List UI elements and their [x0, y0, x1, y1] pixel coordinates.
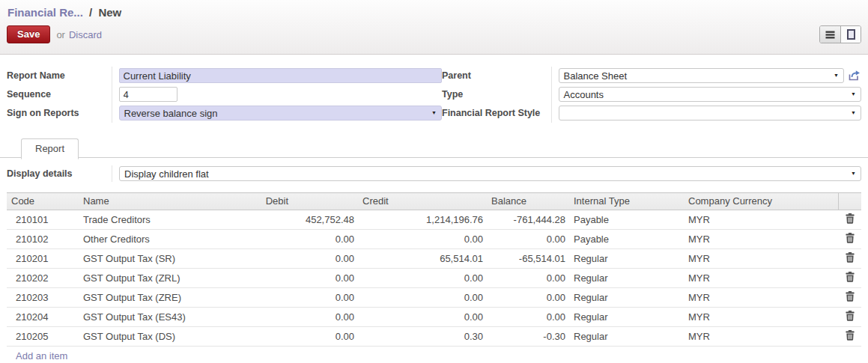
cell-code[interactable]: 210203: [7, 288, 79, 308]
cell-currency[interactable]: MYR: [684, 249, 838, 269]
delete-row-button[interactable]: [838, 288, 861, 308]
type-select[interactable]: Accounts ▼: [559, 87, 862, 102]
cell-internal-type[interactable]: Regular: [569, 249, 684, 269]
financial-report-style-select[interactable]: ▼: [559, 106, 862, 121]
table-row[interactable]: 210205 GST Output Tax (DS) 0.00 0.30 -0.…: [7, 327, 861, 347]
form-view-icon: [847, 29, 855, 40]
column-header-credit: Credit: [358, 193, 487, 210]
delete-row-button[interactable]: [838, 327, 861, 347]
delete-row-button[interactable]: [838, 230, 861, 249]
cell-credit[interactable]: 0.00: [358, 230, 487, 249]
cell-internal-type[interactable]: Regular: [569, 269, 684, 288]
trash-icon: [846, 213, 855, 224]
table-row[interactable]: 210203 GST Output Tax (ZRE) 0.00 0.00 0.…: [7, 288, 861, 308]
cell-balance[interactable]: 0.00: [487, 288, 569, 308]
list-view-button[interactable]: [820, 26, 840, 43]
cell-balance[interactable]: 0.00: [487, 230, 569, 249]
cell-name[interactable]: Trade Creditors: [79, 210, 258, 230]
chevron-down-icon: ▼: [851, 88, 856, 101]
display-details-select[interactable]: Display children flat ▼: [119, 166, 861, 181]
sign-on-reports-select[interactable]: Reverse balance sign ▼: [119, 106, 443, 121]
cell-name[interactable]: GST Output Tax (ZRL): [79, 269, 258, 288]
discard-link[interactable]: Discard: [69, 29, 102, 40]
display-details-row: Display details Display children flat ▼: [7, 165, 861, 182]
cell-name[interactable]: GST Output Tax (SR): [79, 249, 258, 269]
cell-debit[interactable]: 0.00: [258, 230, 358, 249]
cell-internal-type[interactable]: Regular: [569, 308, 684, 327]
cell-debit[interactable]: 0.00: [258, 288, 358, 308]
cell-balance[interactable]: 0.00: [487, 269, 569, 288]
trash-icon: [846, 311, 855, 321]
table-header-row: Code Name Debit Credit Balance Internal …: [7, 193, 861, 210]
cell-debit[interactable]: 0.00: [258, 269, 358, 288]
cell-credit[interactable]: 0.00: [358, 288, 487, 308]
cell-credit[interactable]: 65,514.01: [358, 249, 487, 269]
sign-on-reports-label: Sign on Reports: [7, 104, 112, 123]
table-row[interactable]: 210204 GST Output Tax (ES43) 0.00 0.00 0…: [7, 308, 861, 327]
save-button[interactable]: Save: [7, 25, 50, 43]
cell-credit[interactable]: 1,214,196.76: [358, 210, 487, 230]
cell-debit[interactable]: 0.00: [258, 249, 358, 269]
cell-currency[interactable]: MYR: [684, 288, 838, 308]
financial-report-style-label: Financial Report Style: [442, 104, 551, 123]
cell-debit[interactable]: 0.00: [258, 327, 358, 347]
cell-code[interactable]: 210202: [7, 269, 79, 288]
delete-row-button[interactable]: [838, 269, 861, 288]
cell-name[interactable]: GST Output Tax (ZRE): [79, 288, 258, 308]
cell-credit[interactable]: 0.00: [358, 308, 487, 327]
report-name-label: Report Name: [7, 67, 112, 85]
type-label: Type: [442, 85, 551, 104]
form-group-left: Report Name Sequence Sign on Reports Rev…: [7, 67, 442, 123]
add-an-item-link[interactable]: Add an item: [16, 350, 67, 362]
delete-row-button[interactable]: [838, 249, 861, 269]
cell-currency[interactable]: MYR: [684, 269, 838, 288]
parent-select[interactable]: Balance Sheet ▼: [559, 68, 845, 83]
column-header-internal-type: Internal Type: [569, 193, 684, 210]
cell-currency[interactable]: MYR: [684, 327, 838, 347]
cell-name[interactable]: GST Output Tax (ES43): [79, 308, 258, 327]
cell-balance[interactable]: 0.00: [487, 308, 569, 327]
cell-code[interactable]: 210205: [7, 327, 79, 347]
column-header-code: Code: [7, 193, 79, 210]
report-name-input[interactable]: [119, 68, 443, 83]
cell-name[interactable]: Other Creditors: [79, 230, 258, 249]
cell-code[interactable]: 210201: [7, 249, 79, 269]
cell-internal-type[interactable]: Regular: [569, 327, 684, 347]
cell-debit[interactable]: 0.00: [258, 308, 358, 327]
delete-row-button[interactable]: [838, 210, 861, 230]
cell-balance[interactable]: -761,444.28: [487, 210, 569, 230]
cell-code[interactable]: 210101: [7, 210, 79, 230]
cell-credit[interactable]: 0.30: [358, 327, 487, 347]
delete-row-button[interactable]: [838, 308, 861, 327]
cell-debit[interactable]: 452,752.48: [258, 210, 358, 230]
sequence-input[interactable]: [119, 87, 177, 102]
cell-name[interactable]: GST Output Tax (DS): [79, 327, 258, 347]
breadcrumb-parent-link[interactable]: Financial Re...: [7, 6, 83, 19]
cell-balance[interactable]: -0.30: [487, 327, 569, 347]
table-row[interactable]: 210102 Other Creditors 0.00 0.00 0.00 Pa…: [7, 230, 861, 249]
cell-internal-type[interactable]: Regular: [569, 288, 684, 308]
cell-balance[interactable]: -65,514.01: [487, 249, 569, 269]
table-row[interactable]: 210201 GST Output Tax (SR) 0.00 65,514.0…: [7, 249, 861, 269]
chevron-down-icon: ▼: [851, 167, 856, 180]
open-record-button[interactable]: [848, 70, 861, 82]
cell-currency[interactable]: MYR: [684, 308, 838, 327]
cell-code[interactable]: 210204: [7, 308, 79, 327]
trash-icon: [846, 252, 855, 263]
display-details-label: Display details: [7, 168, 112, 179]
cell-currency[interactable]: MYR: [684, 230, 838, 249]
cell-code[interactable]: 210102: [7, 230, 79, 249]
cell-currency[interactable]: MYR: [684, 210, 838, 230]
cell-internal-type[interactable]: Payable: [569, 230, 684, 249]
form-group-right: Parent Balance Sheet ▼: [442, 67, 861, 123]
table-row[interactable]: 210101 Trade Creditors 452,752.48 1,214,…: [7, 210, 861, 230]
chevron-down-icon: ▼: [851, 106, 856, 120]
cell-credit[interactable]: 0.00: [358, 269, 487, 288]
form-view-button[interactable]: [840, 26, 861, 43]
cell-internal-type[interactable]: Payable: [569, 210, 684, 230]
trash-icon: [846, 291, 855, 302]
tab-report[interactable]: Report: [21, 138, 79, 159]
list-view-icon: [825, 30, 835, 40]
table-row[interactable]: 210202 GST Output Tax (ZRL) 0.00 0.00 0.…: [7, 269, 861, 288]
breadcrumb-separator: /: [86, 6, 95, 19]
